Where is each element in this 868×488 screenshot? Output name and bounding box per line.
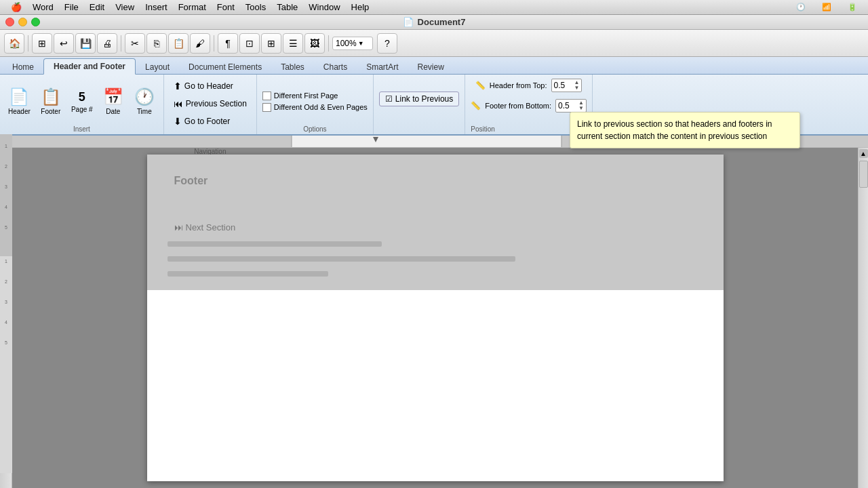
- menu-edit[interactable]: Edit: [84, 2, 110, 12]
- page-container: Footer ⏭ Next Section: [12, 148, 858, 488]
- undo-button[interactable]: ↩: [54, 33, 74, 54]
- time-label: Time: [137, 108, 152, 115]
- cut-button[interactable]: ✂: [125, 33, 145, 54]
- menu-table[interactable]: Table: [271, 2, 303, 12]
- menu-word[interactable]: Word: [27, 2, 59, 12]
- svg-text:5: 5: [5, 225, 7, 230]
- window-title: 📄 Document7: [403, 17, 466, 27]
- save-button[interactable]: 💾: [75, 33, 96, 54]
- go-to-header-icon: ⬆: [174, 81, 182, 92]
- date-icon: 📅: [103, 87, 123, 106]
- header-button[interactable]: 📄 Header: [5, 86, 33, 117]
- maximize-button[interactable]: [31, 18, 40, 26]
- different-first-page-checkbox[interactable]: [262, 92, 271, 100]
- different-odd-even-row: Different Odd & Even Pages: [262, 103, 368, 112]
- different-first-page-label: Different First Page: [274, 92, 338, 100]
- footer-value-spinner[interactable]: ▲ ▼: [578, 100, 584, 111]
- tab-review[interactable]: Review: [408, 60, 454, 75]
- document-title: Document7: [418, 17, 466, 27]
- footer-button[interactable]: 📋 Footer: [37, 86, 64, 117]
- tab-home[interactable]: Home: [3, 60, 43, 75]
- different-odd-even-checkbox[interactable]: [262, 103, 271, 112]
- previous-section-label: Previous Section: [186, 99, 247, 108]
- link-prev-icon: ☑: [385, 94, 393, 104]
- spinner-down-2[interactable]: ▼: [578, 106, 584, 111]
- menu-tools[interactable]: Tools: [240, 2, 271, 12]
- tab-header-footer[interactable]: Header and Footer: [43, 58, 136, 75]
- menu-file[interactable]: File: [59, 2, 84, 12]
- position-icon: 📏: [475, 81, 486, 90]
- tab-layout[interactable]: Layout: [136, 60, 179, 75]
- page-num-button[interactable]: 5 Page #: [68, 89, 96, 115]
- print-button[interactable]: 🖨: [97, 33, 117, 54]
- page-body[interactable]: [147, 290, 724, 481]
- grid-button[interactable]: ⊞: [32, 33, 52, 54]
- svg-rect-6: [0, 134, 12, 256]
- document-page: Footer ⏭ Next Section: [147, 155, 724, 481]
- header-from-top-value: 0.5: [554, 81, 574, 90]
- menu-view[interactable]: View: [110, 2, 140, 12]
- footer-icon: 📋: [41, 87, 61, 106]
- svg-text:2: 2: [5, 164, 7, 169]
- spinner-down[interactable]: ▼: [574, 85, 580, 91]
- insert-text-button[interactable]: ¶: [218, 33, 238, 54]
- tab-charts[interactable]: Charts: [314, 60, 357, 75]
- next-section-text: Next Section: [186, 222, 236, 232]
- next-section-icon-page: ⏭: [174, 222, 183, 232]
- zoom-dropdown-icon[interactable]: ▼: [358, 40, 364, 47]
- tab-tables[interactable]: Tables: [271, 60, 314, 75]
- toolbar-sep-4: [328, 35, 329, 52]
- text-box-button[interactable]: ⊡: [239, 33, 260, 54]
- ribbon-group-insert: 📄 Header 📋 Footer 5 Page # 📅 Date 🕐 Time…: [0, 75, 164, 134]
- menu-insert[interactable]: Insert: [140, 2, 173, 12]
- link-to-previous-button[interactable]: ☑ Link to Previous: [379, 92, 459, 106]
- minimize-button[interactable]: [18, 18, 27, 26]
- header-icon: 📄: [9, 87, 29, 106]
- columns-button[interactable]: ☰: [283, 33, 303, 54]
- page-num-label: Page #: [71, 106, 93, 113]
- date-button[interactable]: 📅 Date: [100, 86, 127, 117]
- svg-rect-2: [292, 136, 561, 148]
- copy-button[interactable]: ⎘: [146, 33, 167, 54]
- svg-text:3: 3: [5, 300, 7, 304]
- go-to-footer-button[interactable]: ⬇ Go to Footer: [170, 114, 251, 129]
- insert-img-button[interactable]: 🖼: [304, 33, 325, 54]
- header-from-top-label: Header from Top:: [490, 81, 547, 89]
- menu-format[interactable]: Format: [173, 2, 212, 12]
- header-value-spinner[interactable]: ▲ ▼: [574, 80, 580, 91]
- close-button[interactable]: [5, 18, 14, 26]
- tooltip-text: Link to previous section so that headers…: [577, 119, 772, 141]
- format-button[interactable]: 🖌: [190, 33, 210, 54]
- scrollbar-right[interactable]: ▲: [858, 148, 868, 488]
- time-icon: 🕐: [134, 87, 155, 106]
- zoom-control[interactable]: 100% ▼: [332, 37, 373, 50]
- home-button[interactable]: 🏠: [4, 33, 24, 54]
- toolbar-sep-1: [28, 35, 28, 52]
- insert-group-label: Insert: [73, 125, 90, 133]
- footer-from-bottom-label: Footer from Bottom:: [485, 102, 551, 110]
- help-button[interactable]: ?: [377, 33, 397, 54]
- page-line-2: [167, 256, 516, 262]
- tab-document-elements[interactable]: Document Elements: [179, 60, 271, 75]
- menu-window[interactable]: Window: [303, 2, 345, 12]
- date-label: Date: [106, 108, 120, 115]
- apple-menu[interactable]: 🍎: [5, 2, 27, 12]
- time-button[interactable]: 🕐 Time: [131, 86, 158, 117]
- ribbon-group-options: Different First Page Different Odd & Eve…: [257, 75, 374, 134]
- table-button[interactable]: ⊞: [261, 33, 281, 54]
- different-odd-even-label: Different Odd & Even Pages: [274, 103, 368, 111]
- toolbar-sep-2: [121, 35, 121, 52]
- link-prev-label: Link to Previous: [395, 94, 453, 104]
- go-to-header-label: Go to Header: [184, 81, 233, 91]
- tab-smartart[interactable]: SmartArt: [357, 60, 408, 75]
- document-icon: 📄: [403, 17, 414, 27]
- left-ruler: 1 2 3 4 5 1 2 3 4 5: [0, 148, 12, 488]
- page-footer-area: Footer ⏭ Next Section: [147, 155, 724, 290]
- go-to-header-button[interactable]: ⬆ Go to Header: [170, 79, 251, 94]
- header-label: Header: [8, 108, 31, 115]
- menu-help[interactable]: Help: [346, 2, 375, 12]
- prev-section-icon: ⏮: [174, 98, 183, 109]
- paste-button[interactable]: 📋: [168, 33, 189, 54]
- menu-font[interactable]: Font: [212, 2, 240, 12]
- previous-section-button[interactable]: ⏮ Previous Section: [170, 96, 251, 111]
